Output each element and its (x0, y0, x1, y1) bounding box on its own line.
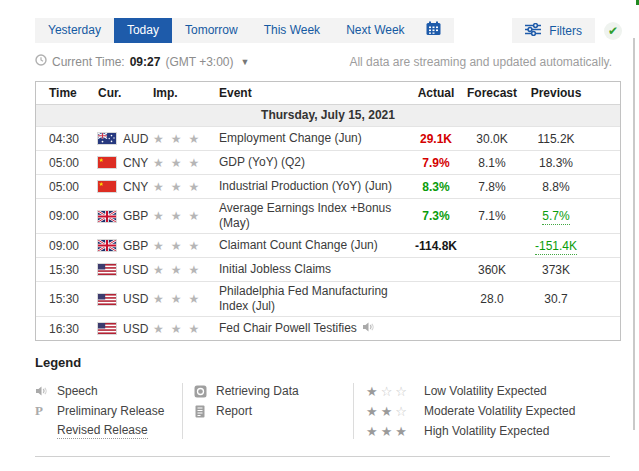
actual-cell (407, 297, 465, 301)
date-header-row: Thursday, July 15, 2021 (36, 104, 620, 126)
event-cell: Fed Chair Powell Testifies (219, 319, 407, 339)
status-row: Current Time:09:27 (GMT +3:00) ▼ All dat… (35, 54, 612, 69)
current-time-value: 09:27 (130, 55, 161, 69)
legend-section: Legend SpeechPPreliminary ReleaseRevised… (35, 355, 612, 441)
importance-stars: ★★★ (153, 290, 219, 308)
current-time-label: Current Time: (52, 55, 125, 69)
event-link[interactable]: Fed Chair Powell Testifies (219, 321, 357, 336)
legend-item-label: Retrieving Data (216, 384, 299, 398)
event-cell: Philadelphia Fed Manufacturing Index (Ju… (219, 282, 407, 316)
spare-cell (593, 185, 620, 189)
economic-calendar: { "colors": { "tab_active_bg": "#1e5baa"… (0, 0, 639, 471)
forecast-cell (465, 244, 519, 248)
forecast-cell: 360K (465, 261, 519, 279)
header-actual: Actual (407, 86, 465, 100)
legend-item-label: Moderate Volatility Expected (424, 404, 575, 418)
importance-stars: ★★★ (153, 130, 219, 148)
usd-flag-icon (98, 294, 116, 305)
currency-cell: AUD (98, 130, 153, 148)
currency-cell: GBP (98, 237, 153, 255)
tab-today[interactable]: Today (114, 18, 172, 43)
scrollbar-track[interactable] (633, 38, 635, 430)
legend-item-label: Low Volatility Expected (424, 384, 547, 398)
header-importance: Imp. (153, 86, 219, 100)
report-icon (194, 405, 216, 418)
current-time-group: Current Time:09:27 (GMT +3:00) ▼ (35, 54, 249, 69)
spare-cell (593, 327, 620, 331)
event-link[interactable]: Philadelphia Fed Manufacturing Index (Ju… (219, 284, 401, 314)
aud-flag-icon (98, 133, 116, 144)
calendar-picker-button[interactable] (418, 18, 450, 43)
event-link[interactable]: GDP (YoY) (Q2) (219, 155, 305, 170)
filters-button[interactable]: Filters (512, 18, 595, 43)
importance-stars: ★★★ (153, 154, 219, 172)
legend-item: Retrieving Data (194, 381, 353, 401)
clock-icon (35, 54, 47, 69)
forecast-cell: 8.1% (465, 154, 519, 172)
event-link[interactable]: Average Earnings Index +Bonus (May) (219, 201, 401, 231)
table-row: 09:00GBP★★★Average Earnings Index +Bonus… (36, 198, 620, 233)
importance-stars: ★★★ (153, 178, 219, 196)
event-cell: Employment Change (Jun) (219, 129, 407, 148)
forecast-cell: 28.0 (465, 290, 519, 308)
spare-cell (593, 161, 620, 165)
currency-cell: CNY (98, 178, 153, 196)
header-event: Event (219, 86, 407, 100)
event-link[interactable]: Employment Change (Jun) (219, 131, 362, 146)
spare-cell (593, 137, 620, 141)
event-cell: Claimant Count Change (Jun) (219, 236, 407, 255)
previous-cell: 373K (519, 261, 593, 279)
currency-code: USD (123, 292, 148, 306)
previous-cell: 115.2K (519, 130, 593, 148)
previous-cell: 30.7 (519, 290, 593, 308)
gbp-flag-icon (98, 240, 116, 251)
event-link[interactable]: Initial Jobless Claims (219, 262, 331, 277)
tab-bar: Yesterday Today Tomorrow This Week Next … (35, 18, 622, 43)
table-header-row: Time Cur. Imp. Event Actual Forecast Pre… (36, 82, 620, 104)
legend-volatility-item: ★☆☆Low Volatility Expected (366, 381, 575, 401)
actual-cell (407, 327, 465, 331)
currency-code: CNY (123, 180, 148, 194)
header-time: Time (36, 86, 98, 100)
forecast-cell: 7.1% (465, 207, 519, 225)
events-table: Time Cur. Imp. Event Actual Forecast Pre… (35, 81, 621, 341)
table-row: 04:30AUD★★★Employment Change (Jun)29.1K3… (36, 126, 620, 150)
legend-item-label: Report (216, 404, 252, 418)
cny-flag-icon (98, 157, 116, 168)
spare-cell (593, 244, 620, 248)
spare-cell (593, 297, 620, 301)
filter-sliders-icon (525, 23, 541, 39)
event-cell: Initial Jobless Claims (219, 260, 407, 279)
time-cell: 15:30 (36, 290, 98, 308)
event-link[interactable]: Claimant Count Change (Jun) (219, 238, 378, 253)
tab-next-week[interactable]: Next Week (333, 18, 417, 43)
forecast-cell (465, 327, 519, 331)
importance-stars: ★★★ (153, 261, 219, 279)
currency-code: USD (123, 322, 148, 336)
gbp-flag-icon (98, 211, 116, 222)
tab-yesterday[interactable]: Yesterday (35, 18, 114, 43)
currency-cell: USD (98, 290, 153, 308)
spare-cell (593, 214, 620, 218)
currency-cell: USD (98, 261, 153, 279)
preliminary-release-icon: P (35, 403, 57, 419)
filter-applied-check[interactable]: ✔ (604, 22, 622, 40)
legend-column-2: Retrieving DataReport (183, 381, 353, 441)
legend-title: Legend (35, 355, 612, 370)
calendar-icon (426, 21, 441, 40)
speech-icon (362, 321, 375, 337)
timezone-dropdown-arrow[interactable]: ▼ (241, 57, 250, 67)
actual-cell: 7.9% (407, 154, 465, 172)
spare-cell (593, 268, 620, 272)
table-row: 15:30USD★★★Philadelphia Fed Manufacturin… (36, 281, 620, 316)
usd-flag-icon (98, 264, 116, 275)
tab-tomorrow[interactable]: Tomorrow (172, 18, 251, 43)
legend-item-label: High Volatility Expected (424, 424, 549, 438)
previous-cell: 8.8% (519, 178, 593, 196)
tab-this-week[interactable]: This Week (251, 18, 333, 43)
legend-item: Speech (35, 381, 182, 401)
table-row: 15:30USD★★★Initial Jobless Claims360K373… (36, 257, 620, 281)
header-forecast: Forecast (465, 86, 519, 100)
event-link[interactable]: Industrial Production (YoY) (Jun) (219, 179, 392, 194)
table-row: 16:30USD★★★Fed Chair Powell Testifies (36, 316, 620, 340)
